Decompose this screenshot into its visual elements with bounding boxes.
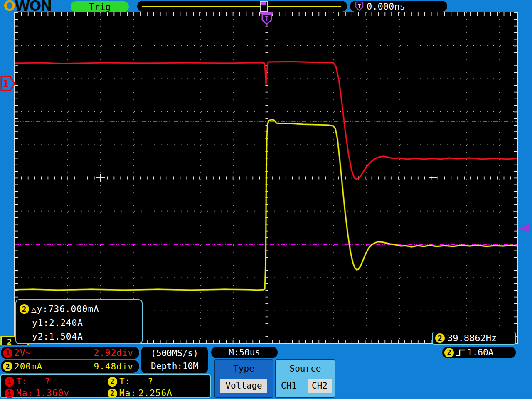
- meas-ch1-badge: 1: [5, 377, 14, 387]
- sample-rate: (500MS/s): [141, 347, 208, 360]
- trigger-level-arrow[interactable]: [519, 224, 529, 232]
- menu-type-selected[interactable]: Voltage: [220, 379, 267, 393]
- cursor-delta-y: △y:736.000mA: [31, 304, 99, 314]
- menu-type-title: Type: [215, 364, 273, 374]
- waveform-svg: [15, 12, 517, 343]
- trig-label: Trig: [89, 2, 111, 12]
- frequency-counter: 2 39.8862Hz: [432, 332, 516, 345]
- meas-ch1-max-value: 1.360v: [35, 388, 69, 398]
- cursor-y1: y1:2.240A: [32, 318, 83, 328]
- ch2-position: -9.48div: [88, 362, 133, 372]
- ch2-marker-label: 2: [7, 337, 12, 345]
- handle-grip: [261, 2, 266, 5]
- cursor-y2: y2:1.504A: [32, 332, 83, 342]
- ch1-position-marker[interactable]: 1: [0, 76, 16, 91]
- trigger-position-slider[interactable]: [137, 1, 347, 12]
- trigger-marker-shield-icon: T: [261, 13, 273, 25]
- rising-edge-icon: [455, 347, 466, 357]
- menu-source-ch1[interactable]: CH1: [281, 381, 297, 391]
- meas-ch2-max-value: 2.256A: [138, 388, 172, 398]
- trigger-shield-icon: T: [355, 1, 364, 11]
- ch1-badge: 1: [3, 348, 12, 358]
- cursor-channel-badge: 2: [20, 304, 29, 314]
- cursor-measure-box: 2 △y:736.000mA y1:2.240A y2:1.504A: [15, 299, 143, 344]
- meas-ch2-badge: 2: [108, 377, 117, 387]
- acquisition-info-box: (500MS/s) Depth:10M: [141, 347, 208, 373]
- trigger-marker-letter: T: [265, 15, 268, 23]
- menu-source[interactable]: Source CH1 CH2: [275, 359, 335, 398]
- meas-ch1-period-label: T:: [16, 377, 27, 387]
- trigger-level-pill: 2 1.60A: [442, 347, 516, 358]
- ch1-marker-label: 1: [3, 78, 9, 89]
- meas-ch2-period-value: ?: [148, 377, 153, 387]
- meas-ch2-max-label: Ma:: [119, 388, 136, 398]
- ch2-status-pill: 2 200mA- -9.48div: [1, 360, 139, 373]
- menu-type[interactable]: Type Voltage: [214, 359, 273, 398]
- ch1-scale: 2V~: [14, 348, 31, 358]
- waveform-display: [14, 12, 518, 344]
- trigger-source-badge: 2: [444, 348, 454, 357]
- meas-ch2-period-label: T:: [119, 377, 131, 387]
- memory-depth: Depth:10M: [141, 360, 208, 373]
- ch2-badge: 2: [3, 362, 12, 371]
- measurement-box: 1 T: ? 2 T: ? 1 Ma: 1.360v 2 Ma: 2.256A: [0, 374, 211, 398]
- meas-ch1-max-label: Ma:: [16, 388, 33, 398]
- meas-ch1-max-badge: 1: [5, 389, 14, 398]
- trigger-time-value: 0.000ns: [367, 1, 405, 12]
- ch2-scale: 200mA-: [14, 362, 48, 372]
- logo-letter-o: O: [3, 0, 15, 14]
- menu-source-title: Source: [276, 364, 335, 374]
- meas-ch1-period-value: ?: [44, 377, 50, 387]
- oscilloscope-screen: OWON Trig T 0.000ns T 1 2: [0, 0, 532, 399]
- meas-ch2-max-badge: 2: [108, 389, 117, 398]
- freq-channel-badge: 2: [435, 333, 445, 343]
- trigger-time-readout: T 0.000ns: [350, 1, 447, 12]
- trigger-shield-letter: T: [358, 3, 361, 9]
- ch1-status-pill: 1 2V~ 2.92div: [1, 347, 139, 359]
- trigger-position-handle[interactable]: [260, 1, 268, 12]
- trigger-level-value: 1.60A: [467, 347, 493, 357]
- trigger-point-marker[interactable]: T: [260, 12, 273, 26]
- memory-window-line: [142, 6, 341, 7]
- timebase-value: M:50us: [229, 347, 260, 357]
- trig-status-button: Trig: [71, 1, 129, 12]
- ch1-position: 2.92div: [94, 348, 133, 358]
- menu-source-ch2[interactable]: CH2: [308, 379, 332, 393]
- timebase-pill: M:50us: [211, 347, 278, 358]
- freq-value: 39.8862Hz: [447, 333, 497, 343]
